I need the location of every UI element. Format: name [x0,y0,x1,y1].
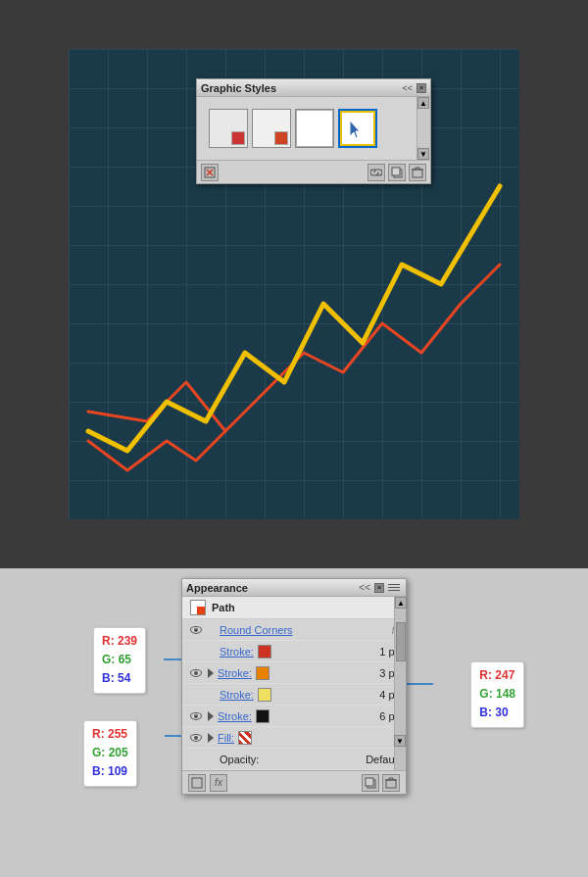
footer-right-controls [362,774,400,792]
svg-rect-4 [413,170,422,177]
duplicate-item-btn[interactable] [362,774,379,792]
panel-close-btn[interactable]: × [416,83,426,93]
color-callout-2: R: 255 G: 205 B: 109 [83,720,137,787]
color-callout-3: R: 247 G: 148 B: 30 [470,661,524,728]
panel-collapse-btn[interactable]: << [402,83,413,93]
appearance-collapse-btn[interactable]: << [359,582,370,593]
graphic-styles-title: Graphic Styles [201,82,276,94]
path-icon [190,600,206,615]
bottom-area: R: 239 G: 65 B: 54 R: 255 G: 205 B: 109 … [0,568,588,877]
expand-stroke-4[interactable] [208,711,214,721]
opacity-row[interactable]: Opacity: Default [182,749,406,770]
delete-item-btn[interactable] [382,774,400,792]
stroke-row-3[interactable]: Stroke: 4 px [182,684,406,706]
appearance-footer: fx [182,770,406,794]
panel-footer [197,160,430,183]
fill-color[interactable] [238,731,252,745]
callout3-b: B: 30 [479,704,515,722]
panel-titlebar: Graphic Styles << × [197,79,430,97]
stroke-row-1[interactable]: Stroke: 1 px [182,641,406,662]
callout1-r: R: 239 [102,632,137,651]
visibility-toggle-2[interactable] [188,667,204,679]
svg-rect-8 [386,780,396,788]
stroke-color-1[interactable] [258,645,271,658]
new-item-btn[interactable] [188,774,206,792]
panel-controls: << × [402,83,426,93]
style-swatch-2[interactable] [252,109,291,148]
svg-rect-5 [192,778,202,788]
appearance-panel: Appearance << × Path Round Corners [181,578,407,795]
round-corners-label[interactable]: Round Corners [220,624,293,636]
stroke-color-2[interactable] [256,666,270,680]
stroke-row-4[interactable]: Stroke: 6 px [182,706,406,727]
style-swatch-3[interactable] [295,109,334,148]
callout2-r: R: 255 [92,725,128,744]
scroll-up-btn[interactable]: ▲ [417,97,429,109]
stroke-label-3[interactable]: Stroke: [220,689,254,701]
stroke-label-2[interactable]: Stroke: [218,667,252,679]
footer-left-controls: fx [188,774,227,792]
new-style-btn[interactable] [201,164,219,181]
expand-stroke-2[interactable] [208,668,214,678]
scroll-up[interactable]: ▲ [395,597,407,609]
callout1-b: B: 54 [102,669,137,688]
callout2-b: B: 109 [92,762,128,781]
appearance-close-btn[interactable]: × [374,583,384,593]
style-swatch-4[interactable] [338,109,377,148]
visibility-toggle-1[interactable] [188,624,204,636]
stroke-color-4[interactable] [256,709,270,723]
panel-swatches [203,103,413,154]
round-corners-row[interactable]: Round Corners fx [182,619,406,641]
style-swatch-1[interactable] [209,109,248,148]
fill-label[interactable]: Fill: [218,732,234,744]
app-titlebar: Appearance << × [182,579,406,597]
canvas-area: Graphic Styles << × [0,0,588,568]
opacity-label: Opacity: [220,754,259,765]
scroll-down[interactable]: ▼ [394,735,406,747]
graphic-styles-panel: Graphic Styles << × [196,78,431,184]
stroke-color-3[interactable] [258,688,271,702]
stroke-row-2[interactable]: Stroke: 3 px [182,662,406,684]
fx-btn[interactable]: fx [210,774,227,792]
scroll-thumb[interactable] [396,622,406,661]
color-callout-1: R: 239 G: 65 B: 54 [93,627,146,694]
stroke-label-1[interactable]: Stroke: [220,646,254,658]
callout1-g: G: 65 [102,651,137,669]
link-btn[interactable] [368,164,385,181]
callout3-g: G: 148 [479,685,515,704]
appearance-title: Appearance [186,582,248,594]
appearance-scrollbar[interactable]: ▲ ▼ [394,597,406,770]
svg-rect-7 [366,778,373,786]
callout3-r: R: 247 [479,666,515,685]
visibility-toggle-4[interactable] [188,732,204,744]
stroke-label-4[interactable]: Stroke: [218,710,252,722]
visibility-toggle-3[interactable] [188,710,204,722]
delete-btn[interactable] [409,164,426,181]
svg-rect-3 [392,168,400,175]
callout2-g: G: 205 [92,744,128,762]
expand-fill[interactable] [208,733,214,743]
artboard: Graphic Styles << × [69,49,519,519]
duplicate-btn[interactable] [388,164,406,181]
path-label: Path [212,602,235,613]
svg-marker-0 [350,121,360,138]
path-header-row: Path [182,597,406,619]
appearance-menu-btn[interactable] [388,581,402,595]
scroll-down-btn[interactable]: ▼ [417,148,429,160]
fill-row[interactable]: Fill: [182,727,406,749]
